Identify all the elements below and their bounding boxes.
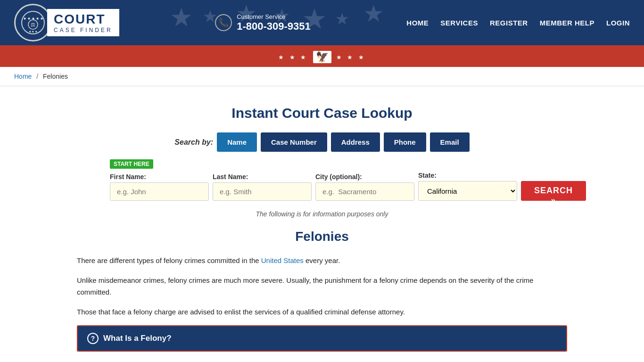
svg-text:★ ★ ★: ★ ★ ★ xyxy=(29,30,37,33)
search-button[interactable]: SEARCH » xyxy=(521,181,586,201)
logo-case-finder-text: CASE FINDER xyxy=(54,27,113,33)
customer-service-label: Customer Service xyxy=(237,13,311,20)
site-header: ★ ★ ★ ★ ★ ★ ★ ★ ★ ★ ★ ★ ⚖ ★ ★ ★ COURT CA… xyxy=(0,0,644,45)
state-label: State: xyxy=(418,172,517,179)
nav-member-help[interactable]: MEMBER HELP xyxy=(540,19,594,27)
logo[interactable]: ★ ★ ★ ★ ★ ⚖ ★ ★ ★ COURT CASE FINDER xyxy=(14,4,119,41)
article-paragraph-1: There are different types of felony crim… xyxy=(77,255,567,267)
question-icon: ? xyxy=(87,333,99,344)
article-paragraph-3: Those that face a felony charge are advi… xyxy=(77,306,567,318)
state-group: State: AlabamaAlaskaArizonaArkansasCalif… xyxy=(418,172,517,201)
city-input[interactable] xyxy=(315,182,414,201)
main-content: Instant Court Case Lookup Search by: Nam… xyxy=(63,86,581,361)
tab-case-number[interactable]: Case Number xyxy=(261,132,327,152)
united-states-link[interactable]: United States xyxy=(261,256,304,264)
first-name-label: First Name: xyxy=(110,173,209,181)
logo-court-text: COURT xyxy=(54,12,113,27)
ribbon-stars-left: ★ ★ ★ xyxy=(278,54,308,61)
eagle-emblem: 🦅 xyxy=(313,51,331,63)
info-note: The following is for information purpose… xyxy=(77,210,567,218)
what-is-felony-box: ? What Is a Felony? xyxy=(77,325,567,352)
first-name-input[interactable] xyxy=(110,182,209,201)
start-here-badge: START HERE xyxy=(110,159,153,169)
nav-login[interactable]: LOGIN xyxy=(606,19,630,27)
ribbon-eagle-row: ★ ★ ★ 🦅 ★ ★ ★ xyxy=(0,49,644,64)
phone-icon: 📞 xyxy=(215,14,232,31)
tab-address[interactable]: Address xyxy=(331,132,380,152)
article-paragraph-2: Unlike misdemeanor crimes, felony crimes… xyxy=(77,274,567,298)
city-group: City (optional): xyxy=(315,173,414,201)
tab-email[interactable]: Email xyxy=(430,132,470,152)
info-box-header: ? What Is a Felony? xyxy=(78,326,566,351)
customer-service: 📞 Customer Service 1-800-309-9351 xyxy=(215,13,311,33)
main-nav: HOME SERVICES REGISTER MEMBER HELP LOGIN xyxy=(406,19,630,27)
nav-services[interactable]: SERVICES xyxy=(440,19,478,27)
search-section: Search by: Name Case Number Address Phon… xyxy=(77,132,567,218)
last-name-input[interactable] xyxy=(213,182,312,201)
state-select[interactable]: AlabamaAlaskaArizonaArkansasCaliforniaCo… xyxy=(418,181,517,201)
page-title: Instant Court Case Lookup xyxy=(77,105,567,121)
tab-phone[interactable]: Phone xyxy=(384,132,426,152)
city-label: City (optional): xyxy=(315,173,414,181)
nav-home[interactable]: HOME xyxy=(406,19,429,27)
svg-text:⚖: ⚖ xyxy=(31,22,35,27)
tab-name[interactable]: Name xyxy=(217,132,257,152)
last-name-group: Last Name: xyxy=(213,173,312,201)
phone-number: 1-800-309-9351 xyxy=(237,20,311,33)
ribbon: ★ ★ ★ 🦅 ★ ★ ★ xyxy=(0,45,644,67)
article-body: Felonies There are different types of fe… xyxy=(77,229,567,318)
article-title: Felonies xyxy=(77,229,567,244)
nav-register[interactable]: REGISTER xyxy=(490,19,528,27)
first-name-group: First Name: xyxy=(110,173,209,201)
last-name-label: Last Name: xyxy=(213,173,312,181)
breadcrumb-separator: / xyxy=(36,73,38,80)
logo-emblem: ★ ★ ★ ★ ★ ⚖ ★ ★ ★ xyxy=(14,4,52,41)
search-by-row: Search by: Name Case Number Address Phon… xyxy=(77,132,567,152)
breadcrumb-current: Felonies xyxy=(43,73,68,80)
search-by-label: Search by: xyxy=(174,138,213,147)
breadcrumb-home[interactable]: Home xyxy=(14,73,32,80)
ribbon-stars-right: ★ ★ ★ xyxy=(336,54,366,61)
logo-text: COURT CASE FINDER xyxy=(47,9,119,36)
info-box-title: What Is a Felony? xyxy=(103,334,172,343)
breadcrumb: Home / Felonies xyxy=(0,67,644,86)
search-form-row: First Name: Last Name: City (optional): … xyxy=(110,172,586,201)
